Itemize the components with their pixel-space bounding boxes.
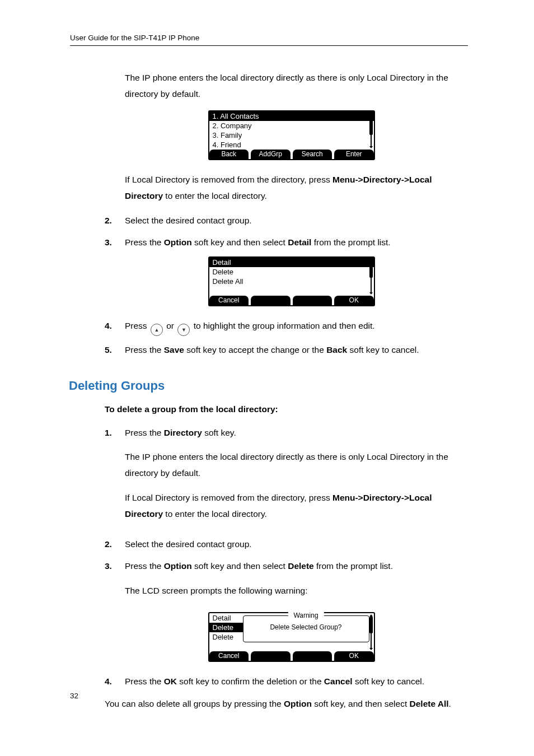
softkey: Back bbox=[209, 150, 249, 159]
lcd-row: 4. Friend bbox=[209, 140, 374, 150]
lcd-softkeys: Cancel OK bbox=[209, 651, 374, 661]
step: 4. Press ▲ or ▼ to highlight the group i… bbox=[105, 318, 468, 337]
lcd-row: Delete All bbox=[209, 277, 374, 286]
up-arrow-icon: ▲ bbox=[151, 324, 163, 336]
lcd-screenshot-groups: 1. All Contacts 2. Company 3. Family 4. … bbox=[115, 110, 468, 160]
scrollbar-icon bbox=[369, 614, 373, 650]
softkey: AddGrp bbox=[251, 150, 291, 159]
section-heading: Deleting Groups bbox=[69, 379, 468, 393]
lcd-row: Delete bbox=[209, 632, 243, 642]
lcd-row bbox=[209, 642, 243, 651]
step: 2. Select the desired contact group. bbox=[105, 212, 468, 228]
scrollbar-icon bbox=[369, 113, 373, 148]
lcd-softkeys: Cancel OK bbox=[209, 296, 374, 305]
lcd-row: Delete bbox=[209, 267, 374, 277]
warning-title: Warning bbox=[288, 612, 324, 619]
softkey bbox=[293, 296, 332, 305]
paragraph: The IP phone enters the local directory … bbox=[125, 69, 468, 102]
step: 2. Select the desired contact group. bbox=[105, 536, 468, 552]
lcd-row bbox=[209, 286, 374, 296]
step: 3. Press the Option soft key and then se… bbox=[105, 558, 468, 606]
softkey: OK bbox=[334, 651, 374, 661]
softkey: OK bbox=[334, 296, 374, 305]
lcd-softkeys: Back AddGrp Search Enter bbox=[209, 150, 374, 159]
sub-heading: To delete a group from the local directo… bbox=[105, 404, 468, 414]
page-number: 32 bbox=[70, 692, 78, 700]
softkey: Cancel bbox=[209, 296, 249, 305]
paragraph: You can also delete all groups by pressi… bbox=[105, 696, 468, 712]
lcd-row: 1. All Contacts bbox=[209, 111, 374, 121]
scrollbar-icon bbox=[369, 259, 373, 295]
step: 1. Press the Directory soft key. The IP … bbox=[105, 424, 468, 530]
softkey bbox=[293, 651, 332, 661]
softkey: Cancel bbox=[209, 651, 249, 661]
lcd-row: 2. Company bbox=[209, 121, 374, 130]
content-area: The IP phone enters the local directory … bbox=[70, 69, 468, 712]
page-header: User Guide for the SIP-T41P IP Phone bbox=[70, 34, 468, 46]
lcd-row: Delete bbox=[209, 623, 243, 632]
paragraph: If Local Directory is removed from the d… bbox=[125, 171, 468, 204]
step: 4. Press the OK soft key to confirm the … bbox=[105, 673, 468, 689]
warning-dialog: Warning Delete Selected Group? bbox=[243, 615, 369, 642]
lcd-row: 3. Family bbox=[209, 130, 374, 140]
step: 5. Press the Save soft key to accept the… bbox=[105, 342, 468, 358]
softkey: Search bbox=[293, 150, 332, 159]
softkey: Enter bbox=[334, 150, 374, 159]
down-arrow-icon: ▼ bbox=[177, 324, 190, 336]
lcd-screenshot-option: Detail Delete Delete All Cancel OK bbox=[115, 256, 468, 306]
lcd-row: Detail bbox=[209, 613, 243, 623]
warning-message: Delete Selected Group? bbox=[243, 624, 369, 631]
softkey bbox=[251, 296, 291, 305]
lcd-screenshot-warning: Detail Delete Delete Warning Delete Sele… bbox=[115, 612, 468, 662]
lcd-row: Detail bbox=[209, 258, 374, 267]
softkey bbox=[251, 651, 291, 661]
step: 3. Press the Option soft key and then se… bbox=[105, 234, 468, 250]
